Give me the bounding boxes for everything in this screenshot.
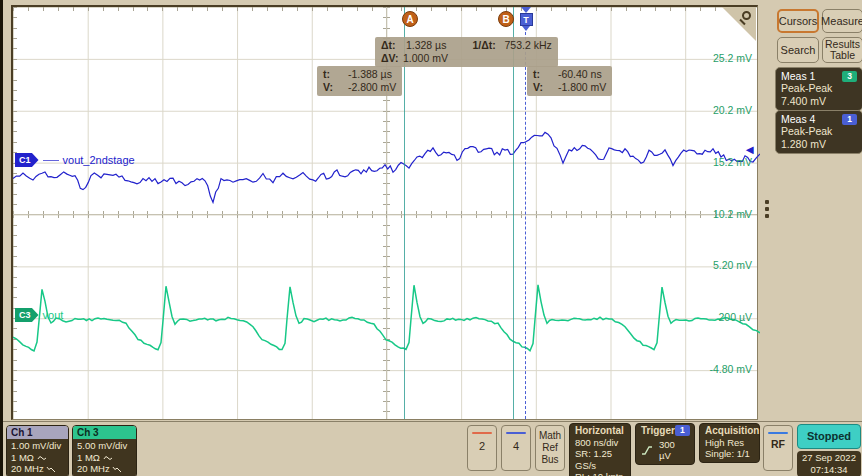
a-t-value: -1.388 µs bbox=[348, 68, 392, 80]
a-t-label: t: bbox=[323, 68, 345, 81]
c3-signal-name: vout bbox=[43, 309, 64, 321]
meas1-source-badge: 3 bbox=[842, 71, 857, 82]
trigger-arrow-small-icon bbox=[522, 26, 530, 31]
magnifier-icon bbox=[742, 11, 751, 20]
meas4-type: Peak-Peak bbox=[781, 125, 857, 138]
ch1-bandwidth: 20 MHz bbox=[11, 463, 44, 474]
trigger-title: Trigger bbox=[641, 425, 675, 437]
bus-label: Bus bbox=[536, 454, 564, 466]
trigger-level-arrow-icon[interactable]: ◄ bbox=[743, 143, 756, 156]
acquisition-badge[interactable]: Acquisition High Res Single: 1/1 bbox=[699, 423, 760, 463]
horizontal-badge[interactable]: Horizontal 800 ns/div SR: 1.25 GS/s RL: … bbox=[569, 423, 631, 476]
inv-dt-label: 1/Δt: bbox=[472, 39, 495, 51]
panel-divider-handle[interactable] bbox=[765, 200, 769, 218]
axis-label: 10.2 mV bbox=[713, 208, 752, 220]
coupling-icon bbox=[103, 454, 113, 462]
trigger-t-icon: T bbox=[520, 13, 533, 26]
channel-2-button[interactable]: 2 bbox=[467, 425, 497, 471]
channel-1-trace-label[interactable]: C1 vout_2ndstage bbox=[15, 153, 135, 167]
horizontal-record-length: RL: 10 kpts bbox=[575, 471, 625, 476]
graticule: A B T Δt: 1.328 µs 1/Δt: 753.2 kHz ΔV:1.… bbox=[11, 5, 758, 420]
bottom-status-bar: Ch 1 1.00 mV/div 1 MΩ 20 MHz Ch 3 5.00 m… bbox=[3, 421, 862, 476]
trace-c1 bbox=[13, 132, 760, 202]
ch1-title: Ch 1 bbox=[7, 426, 68, 439]
ch4-color-indicator bbox=[506, 432, 526, 434]
search-button[interactable]: Search bbox=[777, 37, 819, 63]
channel-1-badge[interactable]: Ch 1 1.00 mV/div 1 MΩ 20 MHz bbox=[6, 425, 69, 476]
ch1-scale: 1.00 mV/div bbox=[11, 440, 64, 452]
rf-color-indicator bbox=[768, 432, 788, 434]
measure-button[interactable]: Measure bbox=[822, 9, 862, 33]
c3-badge: C3 bbox=[15, 308, 39, 322]
ch3-title: Ch 3 bbox=[73, 426, 136, 439]
a-v-label: V: bbox=[323, 81, 345, 94]
axis-label: 15.2 mV bbox=[713, 156, 752, 168]
cursors-button[interactable]: Cursors bbox=[777, 9, 819, 33]
cursor-a-readout: t: -1.388 µs V: -2.800 mV bbox=[317, 66, 402, 96]
time-label: 07:14:34 bbox=[797, 464, 861, 476]
meas1-badge[interactable]: Meas 1 3 Peak-Peak 7.400 mV bbox=[775, 67, 862, 111]
right-control-panel: Cursors Measure Search Results Table Mea… bbox=[771, 0, 862, 421]
channel-3-badge[interactable]: Ch 3 5.00 mV/div 1 MΩ 20 MHz bbox=[72, 425, 137, 476]
b-t-value: -60.40 ns bbox=[558, 68, 602, 80]
acquisition-title: Acquisition bbox=[705, 425, 754, 437]
channel-3-trace-label[interactable]: C3 vout bbox=[15, 308, 63, 322]
axis-label: 20.2 mV bbox=[713, 104, 752, 116]
rising-edge-icon bbox=[641, 445, 653, 456]
b-v-label: V: bbox=[533, 81, 555, 94]
trigger-source-badge: 1 bbox=[675, 425, 690, 436]
acquisition-single: Single: 1/1 bbox=[705, 448, 754, 460]
bandwidth-limit-icon bbox=[46, 465, 56, 473]
math-label: Math bbox=[536, 430, 564, 442]
a-v-value: -2.800 mV bbox=[348, 81, 396, 93]
ch4-label: 4 bbox=[502, 440, 530, 452]
trigger-position-line bbox=[525, 27, 526, 419]
axis-label: 5.20 mV bbox=[713, 259, 752, 271]
date-label: 27 Sep 2022 bbox=[797, 452, 861, 464]
cursor-a-handle[interactable]: A bbox=[402, 11, 418, 27]
math-ref-bus-button[interactable]: Math Ref Bus bbox=[535, 425, 565, 471]
meas1-title: Meas 1 bbox=[781, 70, 815, 82]
b-v-value: -1.800 mV bbox=[558, 81, 606, 93]
cursor-b-line[interactable] bbox=[513, 7, 514, 419]
ch2-label: 2 bbox=[468, 440, 496, 452]
cursor-delta-readout: Δt: 1.328 µs 1/Δt: 753.2 kHz ΔV:1.000 mV bbox=[375, 37, 558, 67]
cursor-b-handle[interactable]: B bbox=[498, 11, 514, 27]
meas1-type: Peak-Peak bbox=[781, 82, 857, 95]
trace-c3 bbox=[13, 285, 760, 351]
acquisition-mode: High Res bbox=[705, 437, 754, 449]
meas4-source-badge: 1 bbox=[842, 114, 857, 125]
trigger-level: 300 µV bbox=[659, 439, 689, 462]
ch3-impedance: 1 MΩ bbox=[77, 452, 100, 463]
trigger-badge[interactable]: Trigger 1 300 µV bbox=[635, 423, 695, 465]
meas4-badge[interactable]: Meas 4 1 Peak-Peak 1.280 mV bbox=[775, 110, 862, 154]
c1-signal-name: vout_2ndstage bbox=[63, 154, 135, 166]
c1-lead-line bbox=[43, 160, 59, 161]
cursor-b-readout: t: -60.40 ns V: -1.800 mV bbox=[527, 66, 612, 96]
rf-button[interactable]: RF bbox=[763, 425, 793, 471]
meas1-value: 7.400 mV bbox=[781, 95, 857, 108]
horizontal-sample-rate: SR: 1.25 GS/s bbox=[575, 448, 625, 471]
cursor-a-line[interactable] bbox=[404, 7, 405, 419]
inv-dt-value: 753.2 kHz bbox=[504, 39, 551, 51]
dv-label: ΔV: bbox=[381, 52, 403, 65]
rf-label: RF bbox=[764, 438, 792, 450]
ch2-color-indicator bbox=[472, 432, 492, 434]
run-stop-status-button[interactable]: Stopped bbox=[797, 424, 861, 449]
bandwidth-limit-icon bbox=[112, 465, 122, 473]
channel-4-button[interactable]: 4 bbox=[501, 425, 531, 471]
ch3-scale: 5.00 mV/div bbox=[77, 440, 132, 452]
meas4-title: Meas 4 bbox=[781, 113, 815, 125]
ch3-bandwidth: 20 MHz bbox=[77, 463, 110, 474]
meas4-value: 1.280 mV bbox=[781, 138, 857, 151]
coupling-icon bbox=[37, 454, 47, 462]
dt-value: 1.328 µs bbox=[406, 39, 447, 51]
ch1-impedance: 1 MΩ bbox=[11, 452, 34, 463]
c1-badge: C1 bbox=[15, 153, 39, 167]
b-t-label: t: bbox=[533, 68, 555, 81]
trigger-position-flag[interactable]: T bbox=[518, 7, 534, 31]
results-table-button[interactable]: Results Table bbox=[822, 37, 862, 63]
dv-value: 1.000 mV bbox=[403, 52, 448, 64]
axis-label: -4.80 mV bbox=[709, 363, 752, 375]
horizontal-scale: 800 ns/div bbox=[575, 437, 625, 449]
